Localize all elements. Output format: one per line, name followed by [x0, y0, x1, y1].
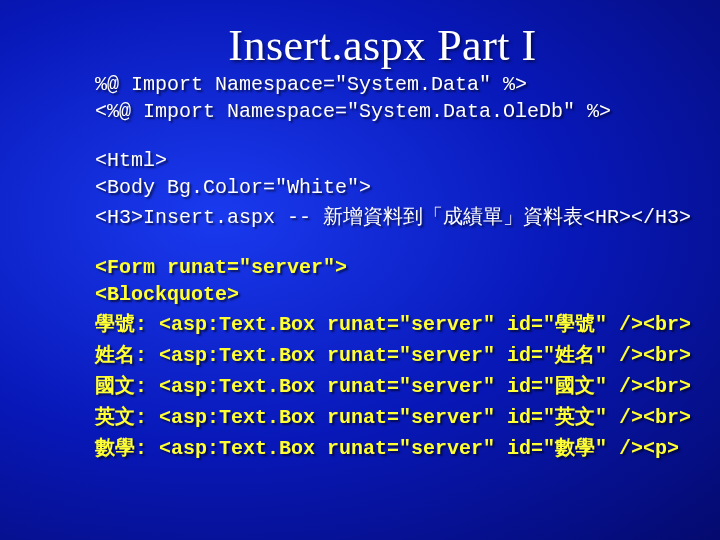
- code-block: %@ Import Namespace="System.Data" %><%@ …: [95, 73, 670, 461]
- code-line: 國文: <asp:Text.Box runat="server" id="國文"…: [95, 372, 670, 399]
- code-line: 姓名: <asp:Text.Box runat="server" id="姓名"…: [95, 341, 670, 368]
- slide-title: Insert.aspx Part I: [95, 20, 670, 71]
- code-line: 學號: <asp:Text.Box runat="server" id="學號"…: [95, 310, 670, 337]
- code-line: %@ Import Namespace="System.Data" %>: [95, 73, 670, 96]
- code-line: <Form runat="server">: [95, 256, 670, 279]
- code-line: <Body Bg.Color="White">: [95, 176, 670, 199]
- code-line: <H3>Insert.aspx -- 新增資料到「成績單」資料表<HR></H3…: [95, 203, 670, 230]
- code-line: <Html>: [95, 149, 670, 172]
- code-line: 數學: <asp:Text.Box runat="server" id="數學"…: [95, 434, 670, 461]
- code-line: <Blockquote>: [95, 283, 670, 306]
- code-line: <%@ Import Namespace="System.Data.OleDb"…: [95, 100, 670, 123]
- code-line: 英文: <asp:Text.Box runat="server" id="英文"…: [95, 403, 670, 430]
